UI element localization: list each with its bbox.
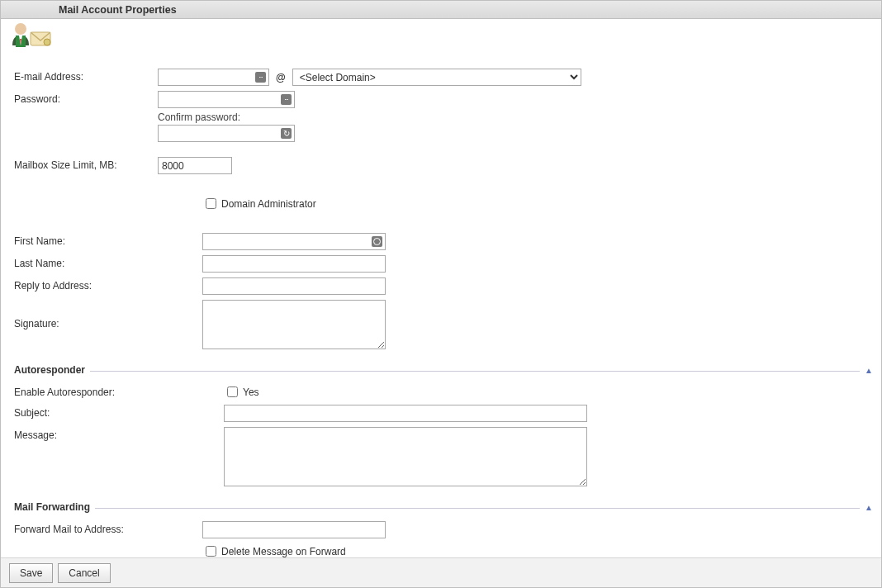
subject-label: Subject: <box>9 405 158 419</box>
message-textarea[interactable] <box>224 427 587 486</box>
mail-forwarding-section-title: Mail Forwarding <box>9 501 95 513</box>
signature-label: Signature: <box>9 300 158 330</box>
cancel-button[interactable]: Cancel <box>58 563 110 583</box>
reply-to-label: Reply to Address: <box>9 277 158 292</box>
delete-on-forward-checkbox[interactable] <box>206 546 216 557</box>
mail-account-icon <box>9 21 54 49</box>
enable-autoresponder-checkbox[interactable] <box>227 386 238 397</box>
autoresponder-section-title: Autoresponder <box>9 364 90 376</box>
password-label: Password: <box>9 91 158 105</box>
reply-to-input[interactable] <box>202 277 386 295</box>
svg-point-3 <box>44 39 50 45</box>
collapse-toggle[interactable]: ▲ <box>865 366 873 375</box>
domain-admin-checkbox[interactable] <box>206 198 216 209</box>
email-input[interactable] <box>158 69 269 86</box>
first-name-input[interactable] <box>202 233 386 250</box>
message-label: Message: <box>9 427 158 441</box>
at-sign: @ <box>276 72 286 83</box>
mailbox-limit-label: Mailbox Size Limit, MB: <box>9 157 158 171</box>
password-input[interactable] <box>158 91 295 108</box>
confirm-password-input[interactable] <box>158 125 295 142</box>
last-name-input[interactable] <box>202 255 386 273</box>
dialog-footer: Save Cancel <box>1 557 881 587</box>
delete-on-forward-label: Delete Message on Forward <box>221 546 346 557</box>
mail-account-properties-window: Mail Account Properties E-mail Address: … <box>0 0 882 588</box>
window-titlebar: Mail Account Properties <box>1 1 881 19</box>
window-title: Mail Account Properties <box>59 4 177 16</box>
forward-to-label: Forward Mail to Address: <box>9 521 158 535</box>
save-button[interactable]: Save <box>9 563 53 583</box>
section-divider <box>90 371 860 372</box>
form-content: E-mail Address: @ <Select Domain> Passwo… <box>1 19 881 557</box>
autoresponder-section-header: Autoresponder ▲ <box>9 364 873 376</box>
first-name-label: First Name: <box>9 233 158 247</box>
last-name-label: Last Name: <box>9 255 158 269</box>
domain-select[interactable]: <Select Domain> <box>292 69 581 86</box>
collapse-toggle[interactable]: ▲ <box>865 503 873 512</box>
forward-to-input[interactable] <box>202 521 386 538</box>
mail-forwarding-section-header: Mail Forwarding ▲ <box>9 501 873 513</box>
svg-point-0 <box>15 23 26 35</box>
enable-autoresponder-label: Enable Autoresponder: <box>9 384 158 398</box>
mailbox-limit-input[interactable] <box>158 157 232 174</box>
signature-textarea[interactable] <box>202 300 386 349</box>
domain-admin-label: Domain Administrator <box>221 198 316 210</box>
subject-input[interactable] <box>224 405 587 422</box>
email-label: E-mail Address: <box>9 69 158 83</box>
autoresponder-yes-label: Yes <box>243 386 259 398</box>
confirm-password-label: Confirm password: <box>158 111 240 123</box>
section-divider <box>95 508 860 509</box>
